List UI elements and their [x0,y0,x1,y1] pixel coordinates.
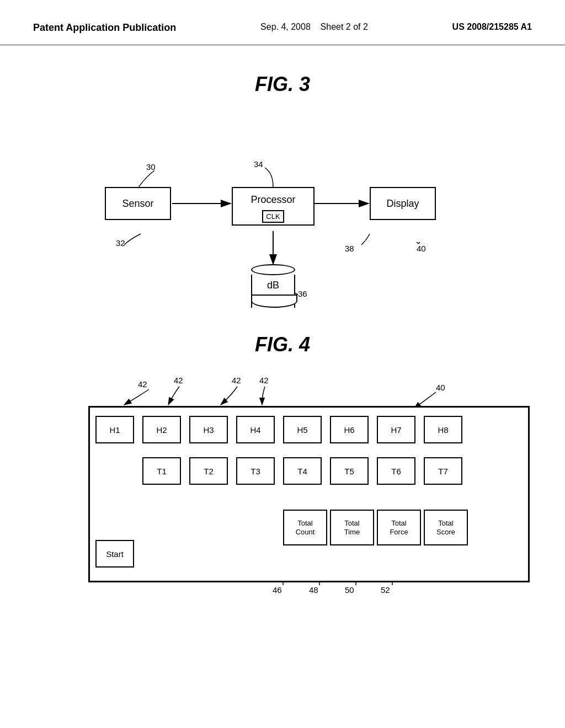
display-border: H1 H2 H3 H4 H5 H6 H7 H8 T1 T2 T3 T4 [88,406,530,582]
fig4-ref-46: 46 [273,585,282,595]
total-time-box: Total Time [330,510,374,545]
sensor-box: Sensor [105,187,171,220]
total-score-box: Total Score [424,510,468,545]
h4-box: H4 [236,416,275,443]
fig4-ref-42b: 42 [174,376,183,385]
cyl-label: dB [251,280,295,291]
total-count-box: Total Count [283,510,327,545]
h7-box: H7 [377,416,415,443]
fig4-ref-42a: 42 [138,379,147,389]
fig4-ref-48: 48 [309,585,318,595]
t2-box: T2 [189,457,228,485]
clk-box: CLK [262,210,284,223]
processor-box: Processor CLK [232,187,315,226]
t6-box: T6 [377,457,415,485]
total-force-box: Total Force [377,510,421,545]
header-left-text: Patent Application Publication [33,22,176,34]
cyl-top [251,264,295,275]
fig4-diagram: 40 42 42 42 42 44 44 44 46 48 50 52 60 H… [33,367,532,599]
ref-34: 34 [254,159,263,169]
start-box[interactable]: Start [95,540,134,568]
ref-38: 38 [345,244,354,253]
display-box: Display [370,187,436,220]
db-cylinder: dB [251,264,295,308]
h5-box: H5 [283,416,322,443]
header-center-text: Sep. 4, 2008 Sheet 2 of 2 [260,22,368,32]
fig4-ref-42d: 42 [259,376,269,385]
ref-36: 36 [298,289,307,298]
fig4-ref-40: 40 [436,383,445,392]
h3-box: H3 [189,416,228,443]
h1-box: H1 [95,416,134,443]
t7-box: T7 [424,457,462,485]
h8-box: H8 [424,416,462,443]
ref-30: 30 [146,162,156,172]
t3-box: T3 [236,457,275,485]
fig3-title: FIG. 3 [33,73,532,96]
ref-40: 40 [417,244,426,253]
fig4-title: FIG. 4 [33,333,532,356]
fig3-diagram: 30 32 34 38 40 36 Sensor Processor CLK D… [33,107,532,317]
t4-box: T4 [283,457,322,485]
ref-32: 32 [116,238,125,248]
main-content: FIG. 3 [0,45,565,610]
fig4-ref-50: 50 [345,585,354,595]
t1-box: T1 [142,457,181,485]
page-header: Patent Application Publication Sep. 4, 2… [0,0,565,45]
t5-box: T5 [330,457,369,485]
header-right-text: US 2008/215285 A1 [452,22,532,32]
fig4-ref-42c: 42 [232,376,241,385]
fig4-ref-52: 52 [381,585,390,595]
h2-box: H2 [142,416,181,443]
h6-box: H6 [330,416,369,443]
